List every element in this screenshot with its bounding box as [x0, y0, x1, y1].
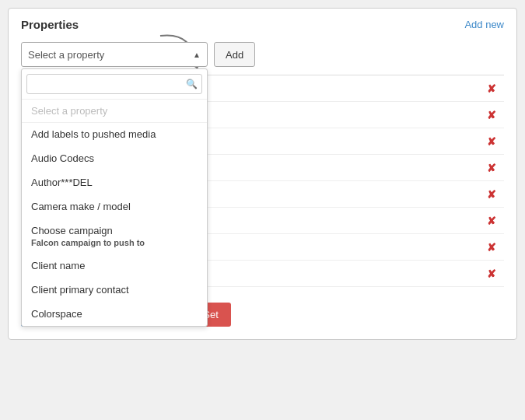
- select-row: Select a property ▲ 🔍 Select a property …: [21, 42, 504, 67]
- dropdown-item-1[interactable]: Audio Codecs: [22, 147, 207, 171]
- remove-button[interactable]: ✘: [482, 135, 501, 149]
- add-new-link[interactable]: Add new: [464, 19, 504, 30]
- select-placeholder: Select a property: [28, 49, 104, 61]
- properties-panel: Properties Add new Select a property ▲ 🔍…: [8, 8, 517, 340]
- property-select[interactable]: Select a property ▲: [21, 42, 208, 67]
- remove-button[interactable]: ✘: [482, 214, 501, 228]
- remove-button[interactable]: ✘: [482, 187, 501, 201]
- remove-button[interactable]: ✘: [482, 161, 501, 175]
- remove-button[interactable]: ✘: [482, 108, 501, 122]
- panel-title: Properties: [21, 18, 79, 31]
- dropdown-item-7[interactable]: Colorspace: [22, 303, 207, 327]
- select-wrapper: Select a property ▲ 🔍 Select a property …: [21, 42, 208, 67]
- panel-header: Properties Add new: [21, 18, 504, 31]
- add-button[interactable]: Add: [214, 42, 255, 67]
- dropdown-item-3[interactable]: Camera make / model: [22, 195, 207, 219]
- dropdown-item-6[interactable]: Client primary contact: [22, 278, 207, 303]
- search-wrapper: 🔍: [26, 74, 202, 94]
- property-dropdown: 🔍 Select a property Add labels to pushed…: [21, 68, 208, 327]
- dropdown-search-container: 🔍: [22, 69, 207, 100]
- remove-button[interactable]: ✘: [482, 82, 501, 96]
- remove-button[interactable]: ✘: [482, 240, 501, 254]
- dropdown-item-4[interactable]: Choose campaign Falcon campaign to push …: [22, 219, 207, 254]
- dropdown-item-0[interactable]: Add labels to pushed media: [22, 123, 207, 147]
- dropdown-search-input[interactable]: [26, 74, 202, 94]
- dropdown-placeholder-item: Select a property: [22, 100, 207, 123]
- dropdown-item-5[interactable]: Client name: [22, 254, 207, 278]
- chevron-down-icon: ▲: [193, 51, 201, 59]
- dropdown-item-2[interactable]: Author***DEL: [22, 171, 207, 195]
- remove-button[interactable]: ✘: [482, 267, 501, 281]
